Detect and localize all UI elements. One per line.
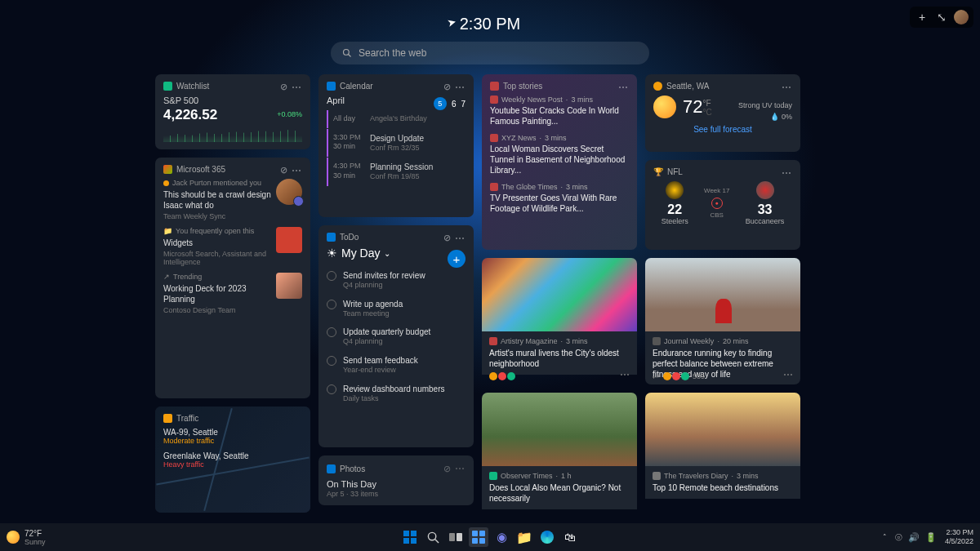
nfl-widget[interactable]: 🏆NFL ⋯ 22 Steelers Week 17 ● CBS 33 Bucc… bbox=[645, 160, 800, 250]
stocks-icon bbox=[163, 82, 172, 91]
story-item[interactable]: Weekly News Post · 3 minsYoutube Star Cr… bbox=[490, 96, 629, 127]
more-icon[interactable]: ⋯ bbox=[783, 369, 793, 380]
wifi-icon[interactable]: ⦾ bbox=[895, 532, 902, 543]
edge-icon[interactable] bbox=[537, 527, 557, 547]
pin-icon[interactable]: ⊘ bbox=[280, 165, 287, 176]
task-item[interactable]: Review dashboard numbersDaily tasks bbox=[327, 380, 466, 408]
widgets-button[interactable] bbox=[469, 527, 488, 547]
powerpoint-icon bbox=[276, 227, 302, 253]
explorer-icon[interactable]: 📁 bbox=[514, 527, 534, 547]
source-icon bbox=[490, 134, 498, 142]
topstories-widget[interactable]: Top stories ⋯ Weekly News Post · 3 minsY… bbox=[482, 74, 637, 250]
photos-widget[interactable]: Photos ⊘ ⋯ On This Day Apr 5 · 33 items bbox=[318, 455, 474, 505]
weather-widget[interactable]: Seattle, WA ⋯ 72°F°C Strong UV today💧 0%… bbox=[645, 74, 800, 152]
task-item[interactable]: Write up agendaTeam meeting bbox=[327, 295, 466, 323]
m365-item[interactable]: 📁You frequently open this Widgets Micros… bbox=[163, 227, 302, 266]
teams-badge-icon bbox=[293, 196, 304, 207]
watchlist-widget[interactable]: Watchlist ⊘⋯ S&P 500 4,226.52 +0.08% bbox=[155, 74, 310, 149]
svg-line-1 bbox=[349, 55, 351, 57]
task-checkbox[interactable] bbox=[327, 327, 336, 337]
task-item[interactable]: Update quarterly budgetQ4 planning bbox=[327, 322, 466, 351]
task-checkbox[interactable] bbox=[327, 271, 336, 281]
news-card[interactable]: The Travelers Diary · 3 mins Top 10 Remo… bbox=[645, 393, 800, 519]
todo-widget[interactable]: ToDo ⊘⋯ ☀ My Day ⌄ + Send invites for re… bbox=[318, 225, 474, 447]
traffic-status: Heavy traffic bbox=[163, 460, 302, 469]
team-away: 22 Steelers bbox=[662, 181, 688, 225]
m365-item[interactable]: ↗Trending Working Deck for 2023 Planning… bbox=[163, 273, 302, 314]
battery-icon[interactable]: 🔋 bbox=[925, 532, 937, 543]
taskview-button[interactable] bbox=[446, 527, 466, 547]
task-checkbox[interactable] bbox=[327, 356, 336, 366]
calendar-event[interactable]: All day Angela's Birthday bbox=[327, 110, 466, 128]
more-icon[interactable]: ⋯ bbox=[618, 82, 629, 93]
m365-item[interactable]: Jack Purton mentioned you This should be… bbox=[163, 179, 302, 220]
source-icon bbox=[490, 96, 498, 104]
calendar-event[interactable]: 3:30 PM30 min Design UpdateConf Rm 32/35 bbox=[327, 129, 466, 158]
resize-icon[interactable]: ⤡ bbox=[934, 10, 949, 24]
story-item[interactable]: The Globe Times · 3 minsTV Presenter Goe… bbox=[490, 183, 629, 214]
traffic-route: Greenlake Way, Seattle bbox=[163, 451, 302, 460]
system-tray[interactable]: ˄ ⦾ 🔊 🔋 2:30 PM 4/5/2022 bbox=[883, 528, 973, 546]
team-home: 33 Buccaneers bbox=[746, 181, 785, 225]
pin-icon[interactable]: ⊘ bbox=[280, 82, 287, 92]
more-icon[interactable]: ⋯ bbox=[292, 165, 302, 176]
calendar-event[interactable]: 4:30 PM30 min Planning SessionConf Rm 19… bbox=[327, 158, 466, 186]
stock-name: S&P 500 bbox=[163, 96, 302, 105]
taskbar-weather[interactable]: 72°FSunny bbox=[7, 529, 46, 546]
reactions[interactable] bbox=[489, 372, 515, 380]
taskbar[interactable]: 72°FSunny ◉ 📁 🛍 ˄ ⦾ 🔊 🔋 2:30 PM 4/5/2022 bbox=[0, 523, 980, 551]
svg-point-0 bbox=[344, 50, 350, 56]
add-task-button[interactable]: + bbox=[448, 250, 466, 268]
svg-point-6 bbox=[428, 532, 435, 540]
volume-icon[interactable]: 🔊 bbox=[908, 532, 920, 543]
pin-icon[interactable]: ⊘ bbox=[443, 233, 451, 243]
person-avatar bbox=[276, 179, 302, 205]
news-card[interactable]: Artistry Magazine · 3 mins Artist's mura… bbox=[482, 258, 637, 384]
more-icon[interactable]: ⋯ bbox=[455, 82, 466, 93]
todo-list-name[interactable]: ☀ My Day ⌄ bbox=[327, 247, 466, 260]
source-icon bbox=[489, 337, 497, 345]
task-item[interactable]: Send team feedbackYear-end review bbox=[327, 351, 466, 380]
calendar-widget[interactable]: Calendar ⊘⋯ April 5 6 7 All day Angela's… bbox=[318, 74, 474, 217]
task-item[interactable]: Send invites for reviewQ4 planning bbox=[327, 266, 466, 295]
more-icon[interactable]: ⋯ bbox=[455, 233, 466, 244]
clock: 2:30 PM bbox=[0, 0, 980, 33]
article-image bbox=[645, 393, 800, 466]
status-dot-icon bbox=[163, 180, 169, 186]
more-icon[interactable]: ⋯ bbox=[782, 82, 792, 93]
search-button[interactable] bbox=[423, 527, 443, 547]
teams-icon[interactable]: ◉ bbox=[492, 527, 511, 547]
chevron-down-icon: ⌄ bbox=[384, 249, 390, 258]
chevron-up-icon[interactable]: ˄ bbox=[883, 533, 887, 541]
story-item[interactable]: XYZ News · 3 minsLocal Woman Discovers S… bbox=[490, 134, 629, 176]
svg-rect-11 bbox=[479, 531, 485, 536]
forecast-link[interactable]: See full forecast bbox=[653, 125, 792, 134]
search-input[interactable]: Search the web bbox=[331, 42, 649, 64]
pin-icon[interactable]: ⊘ bbox=[443, 82, 451, 92]
task-checkbox[interactable] bbox=[327, 384, 336, 394]
more-icon[interactable]: ⋯ bbox=[782, 167, 792, 179]
svg-rect-13 bbox=[479, 538, 485, 544]
add-widget-icon[interactable]: + bbox=[915, 10, 929, 24]
more-icon[interactable]: ⋯ bbox=[292, 82, 302, 93]
news-card[interactable]: Journal Weekly · 20 mins Endurance runni… bbox=[645, 258, 800, 384]
more-icon[interactable]: ⋯ bbox=[455, 463, 466, 474]
store-icon[interactable]: 🛍 bbox=[560, 527, 580, 547]
task-checkbox[interactable] bbox=[327, 300, 336, 309]
source-icon bbox=[653, 472, 661, 480]
pin-icon[interactable]: ⊘ bbox=[443, 464, 451, 474]
share-icon[interactable]: ⮐ bbox=[653, 372, 660, 380]
buccaneers-logo-icon bbox=[756, 181, 774, 199]
photos-title: On This Day bbox=[327, 479, 466, 489]
calendar-days[interactable]: 5 6 7 bbox=[434, 97, 466, 110]
news-card[interactable]: Observer Times · 1 h Does Local Also Mea… bbox=[482, 393, 637, 519]
start-button[interactable] bbox=[400, 527, 420, 547]
m365-widget[interactable]: Microsoft 365 ⊘⋯ Jack Purton mentioned y… bbox=[155, 158, 310, 398]
traffic-route: WA-99, Seattle bbox=[163, 428, 302, 437]
svg-rect-4 bbox=[403, 538, 409, 544]
document-thumbnail bbox=[276, 273, 302, 299]
reactions[interactable]: ⮐ 589 bbox=[653, 372, 705, 380]
more-icon[interactable]: ⋯ bbox=[620, 369, 630, 380]
user-avatar[interactable] bbox=[954, 10, 969, 24]
traffic-widget[interactable]: Traffic WA-99, Seattle Moderate traffic … bbox=[155, 407, 310, 513]
